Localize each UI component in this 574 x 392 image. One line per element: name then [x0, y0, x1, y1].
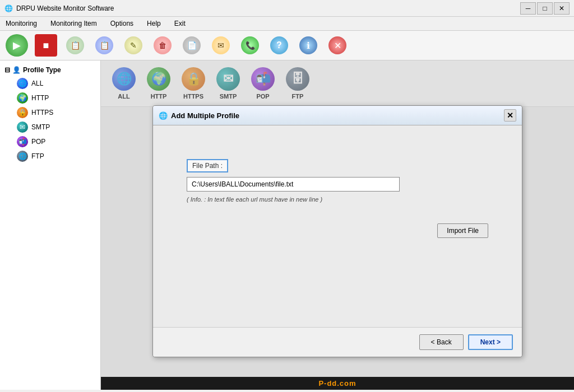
sidebar-item-ftp[interactable]: 🌐 FTP: [0, 149, 100, 164]
sidebar-item-pop[interactable]: 📬 POP: [0, 134, 100, 149]
add-profile-button[interactable]: 📋: [62, 33, 89, 58]
phone-icon: 📞: [241, 36, 259, 54]
import-file-button[interactable]: Import File: [437, 223, 488, 238]
file-path-hint: ( Info. : In text file each url must hav…: [187, 196, 322, 203]
sidebar-item-label-ftp: FTP: [31, 152, 44, 160]
next-button[interactable]: Next >: [468, 334, 513, 350]
sidebar: ⊟ 👤 Profile Type 🌐 ALL 🌍 HTTP 🔒 HTTPS ✉ …: [0, 60, 101, 390]
edit-button[interactable]: ✎: [120, 33, 147, 58]
phone-button[interactable]: 📞: [237, 33, 263, 58]
menu-monitoring-item[interactable]: Monitoring Item: [48, 18, 99, 29]
collapse-icon: ⊟: [4, 66, 10, 74]
dialog-footer: < Back Next >: [153, 327, 522, 357]
play-button[interactable]: ▶: [3, 33, 30, 58]
sidebar-root[interactable]: ⊟ 👤 Profile Type: [0, 64, 100, 76]
sidebar-item-smtp[interactable]: ✉ SMTP: [0, 120, 100, 134]
info-icon: ℹ: [299, 36, 317, 54]
titlebar-controls: ─ □ ✕: [520, 2, 570, 15]
stop-button[interactable]: ■: [33, 33, 59, 58]
profile-type-label: Profile Type: [23, 66, 61, 74]
watermark: P-dd.com: [101, 377, 574, 390]
menubar: Monitoring Monitoring Item Options Help …: [0, 17, 574, 31]
add-multiple-button[interactable]: 📋: [91, 33, 118, 58]
sidebar-item-all[interactable]: 🌐 ALL: [0, 76, 100, 91]
delete-icon: 🗑: [154, 36, 172, 54]
dialog-title-icon: 🌐: [159, 111, 168, 120]
file-path-input[interactable]: [187, 177, 400, 192]
titlebar: 🌐 DRPU Website Monitor Software ─ □ ✕: [0, 0, 574, 17]
menu-help[interactable]: Help: [145, 18, 163, 29]
all-icon: 🌐: [17, 78, 28, 89]
sidebar-item-https[interactable]: 🔒 HTTPS: [0, 105, 100, 120]
sidebar-item-label-all: ALL: [31, 80, 43, 87]
menu-exit[interactable]: Exit: [172, 18, 188, 29]
sidebar-item-label-https: HTTPS: [31, 109, 53, 116]
email-button[interactable]: ✉: [207, 33, 234, 58]
app-title: DRPU Website Monitor Software: [16, 4, 114, 12]
file-path-section: File Path : ( Info. : In text file each …: [187, 159, 488, 203]
content-area: 🌐 ALL 🌍 HTTP 🔒 HTTPS ✉ SMTP 📬 POP 🗄 F: [101, 60, 574, 390]
add-multiple-icon: 📋: [95, 36, 113, 54]
window-close-button[interactable]: ✕: [554, 2, 570, 15]
dialog-titlebar: 🌐 Add Multiple Profile ✕: [153, 106, 522, 125]
smtp-icon: ✉: [17, 122, 28, 133]
dialog-overlay: 🌐 Add Multiple Profile ✕ File Path : ( I…: [101, 60, 574, 390]
dialog-close-button[interactable]: ✕: [504, 109, 516, 122]
help-icon: ?: [270, 36, 288, 54]
titlebar-left: 🌐 DRPU Website Monitor Software: [4, 4, 114, 12]
back-button[interactable]: < Back: [419, 334, 464, 350]
dialog-body: File Path : ( Info. : In text file each …: [153, 125, 522, 327]
sidebar-item-label-http: HTTP: [31, 94, 49, 102]
play-icon: ▶: [6, 34, 28, 57]
app-icon: 🌐: [4, 4, 13, 12]
add-profile-icon: 📋: [66, 36, 84, 54]
folder-icon: 👤: [12, 66, 21, 74]
maximize-button[interactable]: □: [537, 2, 553, 15]
watermark-text: P-dd.com: [318, 379, 356, 388]
minimize-button[interactable]: ─: [520, 2, 536, 15]
menu-monitoring[interactable]: Monitoring: [3, 18, 39, 29]
help-button[interactable]: ?: [266, 33, 293, 58]
sidebar-item-label-pop: POP: [31, 138, 45, 146]
sidebar-item-label-smtp: SMTP: [31, 123, 50, 131]
main-area: ⊟ 👤 Profile Type 🌐 ALL 🌍 HTTP 🔒 HTTPS ✉ …: [0, 60, 574, 390]
stop-icon: ■: [35, 34, 57, 57]
dialog-titlebar-left: 🌐 Add Multiple Profile: [159, 111, 239, 120]
ftp-icon: 🌐: [17, 151, 28, 162]
pop-icon: 📬: [17, 136, 28, 147]
app-close-button[interactable]: ✕: [324, 33, 351, 58]
http-icon: 🌍: [17, 92, 28, 104]
delete-button[interactable]: 🗑: [149, 33, 176, 58]
https-icon: 🔒: [17, 107, 28, 118]
add-multiple-profile-dialog: 🌐 Add Multiple Profile ✕ File Path : ( I…: [152, 105, 522, 357]
email-icon: ✉: [212, 36, 230, 54]
sidebar-item-http[interactable]: 🌍 HTTP: [0, 91, 100, 105]
report-button[interactable]: 📄: [178, 33, 205, 58]
toolbar: ▶ ■ 📋 📋 ✎ 🗑 📄 ✉ 📞 ? ℹ ✕: [0, 31, 574, 60]
close-icon: ✕: [328, 36, 346, 54]
info-button[interactable]: ℹ: [295, 33, 322, 58]
file-path-label: File Path :: [187, 159, 228, 172]
dialog-title: Add Multiple Profile: [171, 111, 239, 120]
menu-options[interactable]: Options: [108, 18, 136, 29]
report-icon: 📄: [183, 36, 201, 54]
edit-icon: ✎: [124, 36, 142, 54]
